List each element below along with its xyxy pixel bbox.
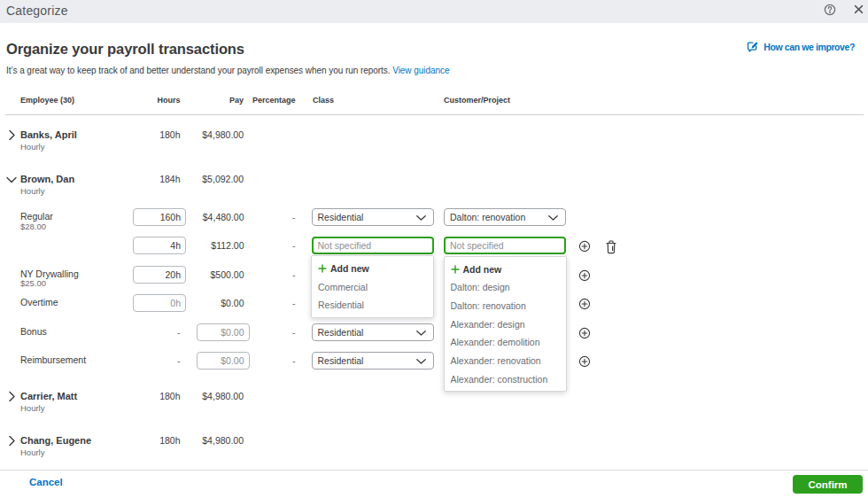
expand-chevron-right-icon[interactable] (6, 391, 17, 401)
pay-type-label: Reimbursement (20, 354, 86, 366)
customer-dropdown-option[interactable]: Alexander: design (445, 315, 566, 334)
employee-pay-type: Hourly (20, 142, 44, 152)
feedback-icon (747, 41, 758, 52)
column-header-percentage: Percentage (230, 95, 296, 105)
pay-type-row-regular: Regular $28.00 $4,480.00 - Residential D… (0, 217, 868, 245)
close-icon[interactable] (852, 3, 865, 16)
column-header-customer-project: Customer/Project (444, 95, 510, 105)
chevron-down-icon (416, 359, 426, 364)
employee-pay: $5,092.00 (151, 174, 244, 185)
customer-dropdown-option[interactable]: Dalton: design (445, 278, 566, 297)
employee-row-chang: Chang, Eugene Hourly 180h $4,980.00 (0, 434, 868, 466)
percentage-value: - (230, 298, 296, 309)
employee-name: Brown, Dan (20, 173, 74, 185)
employee-pay: $4,980.00 (151, 391, 244, 402)
plus-icon (451, 265, 460, 274)
employee-pay: $4,980.00 (151, 435, 244, 447)
percentage-value: - (230, 212, 296, 223)
class-select[interactable]: Residential (312, 323, 434, 341)
employee-pay-type: Hourly (20, 186, 44, 197)
add-split-icon[interactable] (575, 266, 594, 285)
customer-dropdown-option[interactable]: Dalton: renovation (445, 297, 566, 315)
customer-combobox-focused[interactable] (444, 237, 566, 254)
percentage-value: - (230, 240, 296, 252)
chevron-down-icon (548, 215, 558, 221)
confirm-button[interactable]: Confirm (793, 475, 863, 494)
add-split-icon[interactable] (575, 352, 594, 371)
employee-row-brown: Brown, Dan Hourly 184h $5,092.00 (0, 173, 868, 205)
percentage-value: - (230, 269, 296, 281)
column-header-class: Class (313, 95, 334, 105)
employee-pay-type: Hourly (20, 403, 44, 414)
help-icon[interactable] (823, 3, 837, 17)
expand-chevron-right-icon[interactable] (6, 129, 17, 140)
class-dropdown-menu: Add new Commercial Residential (311, 255, 434, 318)
pay-type-row-drywalling: NY Drywalling $25.00 $500.00 - (0, 275, 868, 303)
collapse-chevron-down-icon[interactable] (6, 175, 17, 185)
customer-project-select[interactable]: Dalton: renovation (444, 208, 566, 226)
pay-type-rate: $25.00 (20, 278, 46, 289)
class-select[interactable]: Residential (312, 352, 434, 370)
table-header-divider (5, 114, 864, 115)
column-header-employee: Employee (30) (20, 95, 74, 105)
add-split-icon[interactable] (575, 323, 594, 343)
page-title: Organize your payroll transactions (6, 41, 244, 58)
class-dropdown-option[interactable]: Residential (312, 296, 433, 315)
customer-dropdown-option[interactable]: Alexander: construction (445, 370, 566, 389)
hours-value: - (106, 355, 181, 367)
customer-dropdown-menu: Add new Dalton: design Dalton: renovatio… (444, 256, 567, 393)
class-combobox-focused[interactable] (312, 237, 434, 254)
employee-name: Chang, Eugene (20, 434, 91, 447)
chevron-down-icon (416, 215, 426, 221)
customer-dropdown-add-new[interactable]: Add new (445, 261, 566, 279)
class-dropdown-option[interactable]: Commercial (312, 278, 433, 297)
plus-icon (318, 264, 327, 273)
page-description: It’s a great way to keep track of and be… (6, 66, 449, 75)
pay-type-row-reimbursement: Reimbursement - - Residential (0, 361, 868, 389)
dialog-title: Categorize (6, 3, 68, 19)
pay-type-label: Bonus (20, 326, 47, 338)
expand-chevron-right-icon[interactable] (6, 435, 17, 446)
dialog-footer: Cancel Confirm (0, 470, 868, 498)
delete-split-icon[interactable] (604, 237, 618, 258)
employee-name: Carrier, Matt (20, 390, 77, 402)
employee-name: Banks, April (20, 128, 77, 141)
add-split-icon[interactable] (575, 294, 594, 314)
employee-pay-type: Hourly (20, 447, 44, 458)
pay-type-rate: $28.00 (20, 222, 46, 232)
feedback-link[interactable]: How can we improve? (763, 42, 855, 52)
customer-dropdown-option[interactable]: Alexander: demolition (445, 333, 566, 352)
view-guidance-link[interactable]: View guidance (392, 66, 449, 75)
pay-type-row-split: $112.00 - (0, 245, 868, 274)
pay-type-label: Overtime (20, 297, 58, 308)
cancel-button[interactable]: Cancel (29, 477, 63, 487)
dialog-titlebar: Categorize (0, 0, 868, 23)
chevron-down-icon (416, 331, 426, 336)
percentage-value: - (230, 327, 296, 338)
table-header: Employee (30) Hours Pay Percentage Class… (0, 95, 868, 114)
percentage-value: - (230, 355, 296, 367)
employee-pay: $4,980.00 (151, 129, 244, 141)
hours-value: - (106, 327, 181, 338)
add-split-icon[interactable] (575, 237, 594, 256)
class-select[interactable]: Residential (312, 208, 434, 226)
customer-dropdown-option[interactable]: Alexander: renovation (445, 352, 566, 370)
feedback-link-group[interactable]: How can we improve? (747, 41, 855, 52)
employee-row-carrier: Carrier, Matt Hourly 180h $4,980.00 (0, 390, 868, 422)
class-dropdown-add-new[interactable]: Add new (312, 260, 433, 278)
employee-row-banks: Banks, April Hourly 180h $4,980.00 (0, 128, 868, 160)
